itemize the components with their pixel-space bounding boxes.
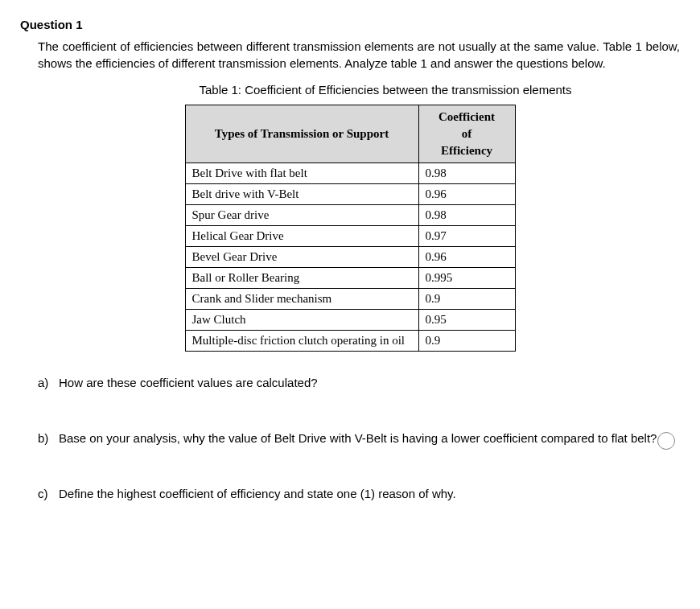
efficiency-table: Types of Transmission or Support Coeffic… — [185, 105, 516, 352]
part-a: a) How are these coefficient values are … — [38, 374, 680, 391]
cell-type: Multiple-disc friction clutch operating … — [185, 331, 418, 352]
table-row: Multiple-disc friction clutch operating … — [185, 331, 515, 352]
part-c-marker: c) — [38, 485, 59, 502]
part-b: b) Base on your analysis, why the value … — [38, 430, 680, 446]
cell-coef: 0.98 — [418, 163, 515, 184]
cell-coef: 0.9 — [418, 289, 515, 310]
cell-type: Crank and Slider mechanism — [185, 289, 418, 310]
cell-coef: 0.96 — [418, 247, 515, 268]
cell-type: Bevel Gear Drive — [185, 247, 418, 268]
cell-coef: 0.9 — [418, 331, 515, 352]
cell-coef: 0.995 — [418, 268, 515, 289]
cell-type: Belt drive with V-Belt — [185, 184, 418, 205]
table-row: Bevel Gear Drive 0.96 — [185, 247, 515, 268]
question-title: Question 1 — [20, 16, 680, 33]
part-c-text: Define the highest coefficient of effici… — [59, 485, 680, 502]
cell-type: Ball or Roller Bearing — [185, 268, 418, 289]
cell-coef: 0.96 — [418, 184, 515, 205]
table-row: Jaw Clutch 0.95 — [185, 310, 515, 331]
table-row: Belt Drive with flat belt 0.98 — [185, 163, 515, 184]
cell-type: Jaw Clutch — [185, 310, 418, 331]
table-row: Helical Gear Drive 0.97 — [185, 226, 515, 247]
part-b-marker: b) — [38, 430, 59, 446]
header-types: Types of Transmission or Support — [185, 105, 418, 163]
annotation-circle-icon — [657, 432, 675, 450]
table-row: Spur Gear drive 0.98 — [185, 205, 515, 226]
table-caption: Table 1: Coefficient of Efficiencies bet… — [91, 81, 680, 98]
part-a-marker: a) — [38, 374, 59, 391]
header-coef: Coefficient of Efficiency — [418, 105, 515, 163]
cell-type: Helical Gear Drive — [185, 226, 418, 247]
intro-paragraph: The coefficient of efficiencies between … — [38, 38, 680, 72]
cell-type: Belt Drive with flat belt — [185, 163, 418, 184]
part-a-text: How are these coefficient values are cal… — [59, 374, 680, 391]
cell-coef: 0.97 — [418, 226, 515, 247]
header-coef-l1: Coefficient — [439, 110, 495, 123]
cell-type: Spur Gear drive — [185, 205, 418, 226]
table-row: Crank and Slider mechanism 0.9 — [185, 289, 515, 310]
table-row: Ball or Roller Bearing 0.995 — [185, 268, 515, 289]
part-c: c) Define the highest coefficient of eff… — [38, 485, 680, 502]
part-b-text: Base on your analysis, why the value of … — [59, 430, 680, 446]
cell-coef: 0.98 — [418, 205, 515, 226]
header-coef-l2: of — [462, 127, 472, 140]
table-row: Belt drive with V-Belt 0.96 — [185, 184, 515, 205]
header-coef-l3: Efficiency — [441, 144, 492, 157]
cell-coef: 0.95 — [418, 310, 515, 331]
